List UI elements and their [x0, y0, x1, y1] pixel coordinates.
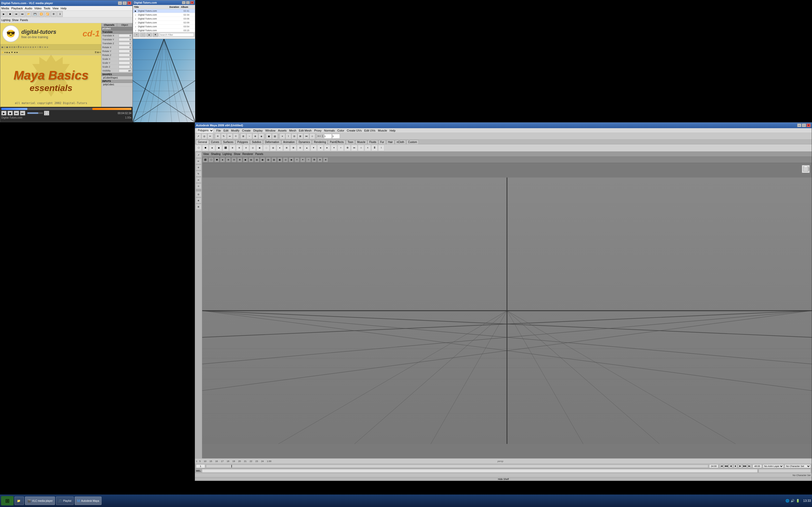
maya-mel-input[interactable] [202, 469, 758, 473]
shelf-icon-5[interactable]: ⬛ [222, 145, 229, 151]
maya-proxy-menu[interactable]: Proxy [314, 129, 321, 132]
view-icon-11[interactable]: ▦ [260, 157, 265, 163]
start-button[interactable]: ⊞ [1, 496, 13, 505]
maya-coord-x[interactable] [324, 134, 332, 138]
taskbar-maya-button[interactable]: M Autodesk Maya [75, 497, 101, 505]
vlc-tool-2[interactable]: ⏹ [7, 11, 13, 17]
view-icon-3[interactable]: ⬢ [214, 157, 219, 163]
translate-z-value[interactable]: 0 [119, 42, 132, 45]
shelf-icon-17[interactable]: ▲ [304, 145, 310, 151]
shelf-icon-25[interactable]: ⊹ [358, 145, 364, 151]
left-scale-icon[interactable]: ⇔ [196, 177, 201, 183]
maya-char-set-select[interactable]: No Character Set [785, 464, 811, 468]
vlc-tool-9[interactable]: ⚙ [51, 11, 56, 17]
shelf-tab-custom[interactable]: Custom [406, 140, 419, 144]
left-show-manip-icon[interactable]: ☩ [196, 183, 201, 189]
maya-visor-icon[interactable]: ⊹ [309, 133, 315, 139]
viewport-panels-menu[interactable]: Panels [255, 153, 263, 156]
view-icon-10[interactable]: ▥ [254, 157, 259, 163]
vlc-play-button[interactable]: ▶ [1, 111, 6, 115]
maya-anim-stop[interactable]: ■ [733, 464, 738, 468]
maya-universal-tool[interactable]: ☩ [233, 133, 239, 139]
maya-normals-menu[interactable]: Normals [324, 129, 335, 132]
maya-outliner-icon[interactable]: ≡ [280, 133, 285, 139]
maya-snap-grid[interactable]: ⊞ [241, 133, 246, 139]
shelf-icon-24[interactable]: ⋈ [351, 145, 357, 151]
vlc-close-button[interactable]: ✕ [127, 1, 132, 5]
view-icon-15[interactable]: ◎ [283, 157, 288, 163]
view-icon-22[interactable]: ⊗ [323, 157, 328, 163]
shelf-icon-19[interactable]: ◄ [317, 145, 323, 151]
vlc-audio-menu[interactable]: Audio [25, 7, 32, 10]
left-paint-icon[interactable]: ✏ [196, 158, 201, 164]
playlist-maximize[interactable]: □ [186, 1, 190, 4]
vlc-tool-1[interactable]: ▶ [1, 11, 6, 17]
maya-snap-curve[interactable]: ~ [247, 133, 252, 139]
maya-rotate-tool[interactable]: ↻ [221, 133, 227, 139]
view-icon-8[interactable]: ▣ [243, 157, 248, 163]
view-icon-2[interactable]: ⬡ [208, 157, 214, 163]
shelf-icon-9[interactable]: ◎ [250, 145, 256, 151]
maya-anim-play-fwd[interactable]: ▶ [738, 464, 742, 468]
view-icon-20[interactable]: ✪ [311, 157, 317, 163]
maya-playback-end-input[interactable] [753, 464, 762, 468]
left-snap-icon[interactable]: ⊞ [196, 204, 201, 210]
vlc-volume-bar[interactable] [27, 112, 43, 114]
shelf-icon-23[interactable]: ✪ [344, 145, 351, 151]
maya-minimize-button[interactable]: ─ [797, 123, 801, 127]
shelf-tab-surfaces[interactable]: Surfaces [221, 140, 235, 144]
vlc-help-menu[interactable]: Help [61, 7, 67, 10]
view-icon-19[interactable]: ✧ [306, 157, 311, 163]
shelf-icon-11[interactable]: ◌ [263, 145, 269, 151]
taskbar-explorer-button[interactable]: 📁 [14, 497, 24, 505]
vlc-stop-button[interactable]: ⏹ [7, 111, 13, 115]
vlc-progress-bar[interactable] [1, 108, 132, 110]
playlist-item-6[interactable]: ♪ Digital-Tutors.com 03:15 [133, 29, 195, 32]
playlist-item-5[interactable]: ♪ Digital-Tutors.com 03:54 [133, 25, 195, 29]
rotate-z-value[interactable]: 0 [119, 54, 132, 57]
scale-z-value[interactable]: 1 [119, 65, 132, 68]
view-icon-12[interactable]: ▧ [266, 157, 271, 163]
maya-time-slider[interactable] [206, 465, 708, 468]
left-select-icon[interactable]: ↗ [196, 152, 201, 158]
viewport-renderer-menu[interactable]: Renderer [242, 153, 253, 156]
shelf-tab-painteffects[interactable]: PaintEffects [328, 140, 345, 144]
taskbar-playlist-button[interactable]: 🎵 Playlist [56, 497, 74, 505]
maya-ipr-icon[interactable]: ▤ [272, 133, 278, 139]
playlist-minimize[interactable]: ─ [182, 1, 186, 4]
maya-close-button[interactable]: ✕ [807, 123, 811, 127]
shelf-tab-muscle[interactable]: Muscle [355, 140, 367, 144]
shelf-tab-fluids[interactable]: Fluids [367, 140, 378, 144]
maya-assets-menu[interactable]: Assets [278, 129, 287, 132]
maya-paint-tool[interactable]: ✏ [207, 133, 213, 139]
shelf-icon-28[interactable]: ⌇ [378, 145, 385, 151]
playlist-item-2[interactable]: ♪ Digital-Tutors.com 02:34 [133, 13, 195, 17]
left-move-icon[interactable]: ✛ [196, 165, 201, 170]
maya-editmesh-menu[interactable]: Edit Mesh [299, 129, 311, 132]
maya-edit-menu[interactable]: Edit [223, 129, 229, 132]
maya-coord-y[interactable] [332, 134, 340, 138]
shelf-tab-polygons[interactable]: Polygons [236, 140, 250, 144]
scale-y-value[interactable]: 1 [119, 61, 132, 64]
maya-anim-play-back[interactable]: ◀ [729, 464, 733, 468]
view-icon-14[interactable]: ▩ [277, 157, 283, 163]
maya-hypergraph-icon[interactable]: ⋈ [303, 133, 309, 139]
vlc-fullscreen-button[interactable]: ⛶ [44, 111, 49, 115]
maya-anim-step-back[interactable]: ◀◀ [724, 464, 728, 468]
channels-tab[interactable]: Channels [101, 23, 117, 27]
maya-start-frame-input[interactable] [196, 464, 205, 468]
view-icon-21[interactable]: ⊕ [317, 157, 322, 163]
vlc-tool-5[interactable]: 📂 [26, 11, 32, 17]
playlist-search-input[interactable] [159, 33, 194, 37]
shelf-tab-animation[interactable]: Animation [281, 140, 296, 144]
maya-snap-view[interactable]: ◈ [258, 133, 264, 139]
view-icon-16[interactable]: ◉ [289, 157, 294, 163]
playlist-close[interactable]: ✕ [190, 1, 194, 4]
maya-3d-viewport[interactable] [202, 163, 812, 458]
maya-end-frame-input[interactable] [709, 464, 718, 468]
playlist-item-4[interactable]: ♪ Digital-Tutors.com 02:09 [133, 21, 195, 25]
shelf-icon-7[interactable]: ⊗ [236, 145, 242, 151]
shelf-tab-deformation[interactable]: Deformation [263, 140, 281, 144]
object-tab[interactable]: Object [117, 23, 133, 27]
maya-display-menu[interactable]: Display [253, 129, 263, 132]
